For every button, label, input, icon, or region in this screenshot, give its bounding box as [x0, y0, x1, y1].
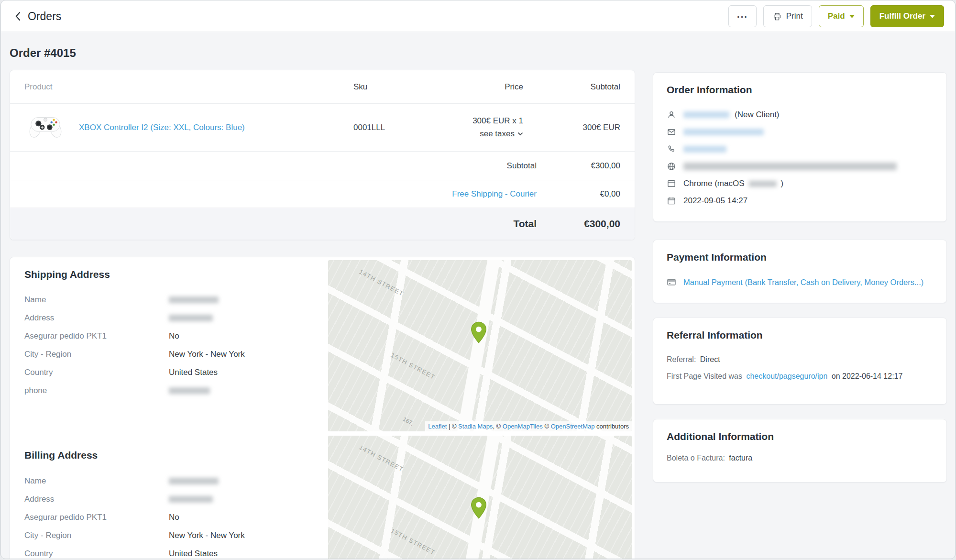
- first-page-suffix: on 2022-06-14 12:17: [832, 372, 903, 380]
- field-row-insurance: Asegurar pedido PKT1 No: [10, 508, 326, 527]
- redacted-phone: [169, 387, 210, 394]
- summary-subtotal-row: Subtotal €300,00: [10, 152, 635, 180]
- field-label: City - Region: [24, 350, 169, 359]
- order-created-at: 2022-09-05 14:27: [683, 196, 747, 206]
- billing-address-fields: Name Address Asegurar pedido PKT1 No Cit…: [10, 472, 326, 559]
- field-value: United States: [169, 368, 218, 377]
- browser-suffix: ): [781, 179, 784, 188]
- column-header-product: Product: [10, 82, 353, 92]
- field-label: phone: [24, 386, 169, 395]
- redacted-address: [169, 315, 213, 321]
- payment-method-link[interactable]: Manual Payment (Bank Transfer, Cash on D…: [683, 278, 923, 287]
- addresses-card: Shipping Address Name Address Asegurar p…: [10, 257, 635, 559]
- back-to-orders-link[interactable]: Orders: [15, 0, 61, 32]
- first-page-prefix: First Page Visited was: [667, 372, 742, 380]
- back-title: Orders: [28, 10, 61, 23]
- payment-status-dropdown[interactable]: Paid: [819, 5, 864, 27]
- attribution-text: , ©: [493, 423, 502, 430]
- browser-row: Chrome (macOS ): [653, 175, 946, 192]
- field-label: Address: [24, 313, 169, 323]
- field-label: Country: [24, 368, 169, 377]
- print-label: Print: [786, 11, 803, 21]
- product-thumbnail-xbox-controller: [24, 113, 66, 143]
- payment-status-label: Paid: [828, 11, 845, 21]
- redacted-email[interactable]: [683, 129, 764, 135]
- browser-window-icon: [667, 179, 676, 188]
- redacted-name: [169, 296, 219, 303]
- order-detail-page: Orders ... Print Paid Fulfill Order: [0, 0, 956, 559]
- stadia-maps-link[interactable]: Stadia Maps: [458, 423, 493, 430]
- order-information-card: Order Information (New Client): [653, 72, 947, 222]
- field-label: Asegurar pedido PKT1: [24, 513, 169, 522]
- field-row-city-region: City - Region New York - New York: [10, 527, 326, 545]
- field-label: Country: [24, 549, 169, 559]
- print-button[interactable]: Print: [763, 5, 812, 27]
- browser-prefix: Chrome (macOS: [683, 179, 745, 188]
- payment-information-card: Payment Information Manual Payment (Bank…: [653, 240, 947, 303]
- field-label: Asegurar pedido PKT1: [24, 331, 169, 341]
- field-label: City - Region: [24, 531, 169, 540]
- subtotal-label: Subtotal: [10, 161, 537, 171]
- line-subtotal-value: 300€ EUR: [523, 123, 635, 132]
- price-value: 300€ EUR x 1: [473, 116, 523, 126]
- items-table-header: Product Sku Price Subtotal: [10, 70, 635, 104]
- shipping-address-map[interactable]: 14TH STREET 15TH STREET 167, Leaflet | ©…: [328, 260, 632, 431]
- order-information-title: Order Information: [667, 84, 752, 96]
- fulfill-order-dropdown[interactable]: Fulfill Order: [870, 5, 944, 27]
- field-value: New York - New York: [169, 350, 245, 359]
- referral-url-row: [653, 158, 946, 175]
- field-row-address: Address: [10, 309, 326, 327]
- column-header-price: Price: [435, 82, 523, 92]
- total-value: €300,00: [537, 218, 635, 230]
- redacted-address: [169, 496, 213, 503]
- shipping-address-title: Shipping Address: [24, 269, 110, 280]
- redacted-url: [683, 163, 897, 170]
- topbar: Orders ... Print Paid Fulfill Order: [1, 0, 955, 32]
- shipping-method-link[interactable]: Free Shipping - Courier: [10, 189, 537, 199]
- openmaptiles-link[interactable]: OpenMapTiles: [503, 423, 543, 430]
- summary-total-row: Total €300,00: [10, 208, 635, 240]
- see-taxes-toggle[interactable]: see taxes: [480, 129, 523, 139]
- field-row-name: Name: [10, 291, 326, 309]
- product-link[interactable]: XBOX Controller I2 (Size: XXL, Colours: …: [79, 123, 245, 132]
- field-value: No: [169, 331, 179, 341]
- field-value: New York - New York: [169, 531, 245, 540]
- summary-shipping-row: Free Shipping - Courier €0,00: [10, 180, 635, 208]
- field-row-address: Address: [10, 490, 326, 508]
- more-options-button[interactable]: ...: [728, 5, 757, 27]
- see-taxes-label: see taxes: [480, 129, 515, 139]
- client-note: (New Client): [735, 110, 780, 120]
- field-value: No: [169, 513, 179, 522]
- attribution-text: ©: [543, 423, 551, 430]
- referral-information-title: Referral Information: [667, 329, 763, 341]
- boleta-factura-line: Boleta o Factura: factura: [667, 454, 752, 462]
- caret-down-icon: [849, 15, 855, 18]
- calendar-icon: [667, 196, 676, 206]
- additional-information-title: Additional Information: [667, 431, 774, 442]
- redacted-name: [169, 478, 219, 484]
- printer-icon: [772, 12, 782, 21]
- referral-source-line: Referral: Direct: [667, 355, 720, 364]
- fulfill-order-label: Fulfill Order: [879, 11, 925, 21]
- map-pin-icon: [471, 321, 487, 343]
- email-row: [653, 123, 946, 141]
- redacted-client-name: [683, 111, 729, 118]
- billing-address-map[interactable]: 14TH STREET 15TH STREET: [328, 436, 632, 559]
- openstreetmap-link[interactable]: OpenStreetMap: [551, 423, 595, 430]
- topbar-actions: ... Print Paid Fulfill Order: [728, 5, 944, 27]
- redacted-phone[interactable]: [683, 146, 726, 153]
- phone-icon: [667, 144, 676, 154]
- caret-down-icon: [930, 15, 935, 18]
- referral-value: Direct: [700, 355, 720, 363]
- field-row-phone: phone: [10, 382, 326, 400]
- field-label: Name: [24, 295, 169, 305]
- user-icon: [667, 110, 676, 120]
- chevron-down-icon: [517, 132, 523, 136]
- mail-icon: [667, 127, 676, 137]
- leaflet-link[interactable]: Leaflet: [428, 423, 447, 430]
- back-chevron-icon: [15, 11, 21, 21]
- column-header-sku: Sku: [353, 82, 435, 92]
- first-page-link[interactable]: checkout/pagseguro/ipn: [746, 372, 827, 380]
- additional-information-card: Additional Information Boleta o Factura:…: [653, 419, 947, 483]
- globe-icon: [667, 162, 676, 171]
